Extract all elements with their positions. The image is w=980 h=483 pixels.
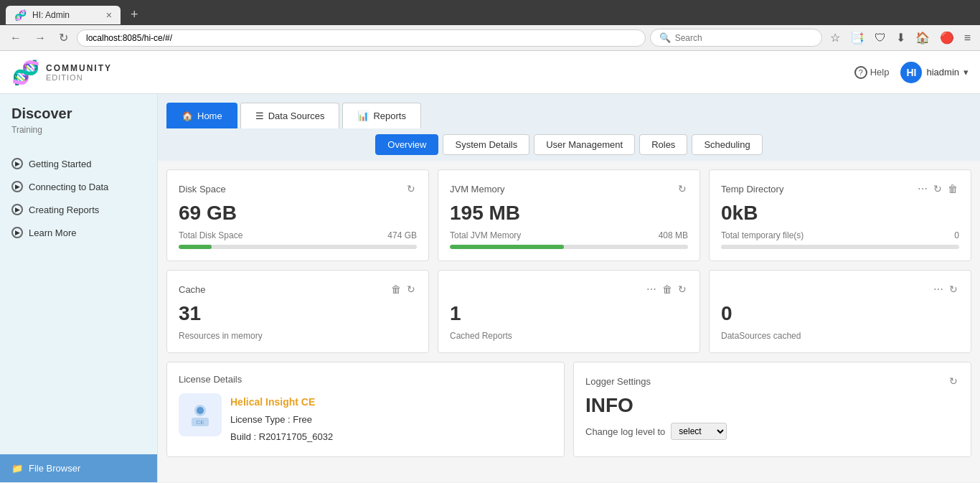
data-sources-tab-label: Data Sources xyxy=(268,111,325,121)
logo-icon: 🧬 xyxy=(11,59,40,86)
firefox-icon[interactable]: 🔴 xyxy=(936,29,958,47)
reader-icon[interactable]: 📑 xyxy=(847,29,868,47)
forward-button[interactable]: → xyxy=(30,29,50,47)
disk-subtitle-label: Total Disk Space xyxy=(179,230,242,240)
logger-row: Change log level to select INFO DEBUG WA… xyxy=(585,423,959,440)
card-icons-datasources: ⋯ ↻ xyxy=(932,282,959,296)
tab-favicon: 🧬 xyxy=(14,9,27,21)
sidebar-item-getting-started[interactable]: ▶ Getting Started xyxy=(0,152,157,175)
logger-select[interactable]: select INFO DEBUG WARN ERROR xyxy=(671,423,727,440)
home-tab-icon: 🏠 xyxy=(182,111,193,121)
file-browser-button[interactable]: 📁 File Browser xyxy=(0,454,157,482)
refresh-cache-button[interactable]: ↻ xyxy=(405,282,417,296)
sub-tab-user-management[interactable]: User Management xyxy=(534,134,635,155)
delete-temp-button[interactable]: 🗑 xyxy=(946,182,959,196)
browser-search-input[interactable] xyxy=(675,33,813,43)
datasources-subtitle: DataSources cached xyxy=(721,331,959,341)
refresh-datasources-button[interactable]: ↻ xyxy=(948,282,959,296)
logger-value: INFO xyxy=(585,394,959,417)
card-temp-directory: Temp Directory ⋯ ↻ 🗑 0kB Total temporary… xyxy=(709,169,971,261)
more-datasources-button[interactable]: ⋯ xyxy=(932,282,945,296)
bookmark-icon[interactable]: ☆ xyxy=(826,29,844,47)
sidebar-label-learn: Learn More xyxy=(29,228,76,238)
discover-label: Discover xyxy=(0,94,157,125)
new-tab-button[interactable]: + xyxy=(125,4,144,25)
address-bar[interactable] xyxy=(77,29,646,47)
user-info[interactable]: HI hiadmin ▾ xyxy=(900,62,969,83)
reports-tab-label: Reports xyxy=(373,111,406,121)
delete-cached-reports-button[interactable]: 🗑 xyxy=(661,282,674,296)
refresh-disk-button[interactable]: ↻ xyxy=(405,182,417,196)
license-build: Build : R20171705_6032 xyxy=(230,428,333,445)
help-button[interactable]: ? Help xyxy=(854,66,890,79)
tab-reports[interactable]: 📊 Reports xyxy=(342,103,421,128)
home-icon[interactable]: 🏠 xyxy=(912,29,933,47)
svg-text:CE: CE xyxy=(196,419,204,426)
tab-data-sources[interactable]: ☰ Data Sources xyxy=(240,103,340,128)
cache-subtitle: Resources in memory xyxy=(179,331,417,341)
card-title-jvm: JVM Memory xyxy=(450,184,505,194)
card-subtitle-jvm: Total JVM Memory 408 MB xyxy=(450,230,688,240)
delete-cache-button[interactable]: 🗑 xyxy=(390,282,402,296)
card-icons-jvm: ↻ xyxy=(677,182,688,196)
card-value-datasources: 0 xyxy=(721,302,959,325)
license-badge-icon: CE xyxy=(186,400,215,429)
circle-icon-3: ▶ xyxy=(11,204,23,215)
refresh-logger-button[interactable]: ↻ xyxy=(948,374,959,388)
logger-title: Logger Settings xyxy=(585,376,651,387)
tab-title: HI: Admin xyxy=(32,10,70,20)
main-body: Discover Training ▶ Getting Started ▶ Co… xyxy=(0,94,980,482)
more-cached-reports-button[interactable]: ⋯ xyxy=(645,282,658,296)
bottom-row: License Details CE xyxy=(166,362,971,457)
license-app-name: Helical Insight CE xyxy=(230,393,333,411)
training-label: Training xyxy=(0,125,157,141)
refresh-cached-reports-button[interactable]: ↻ xyxy=(677,282,688,296)
tab-home[interactable]: 🏠 Home xyxy=(166,103,237,128)
browser-toolbar: ← → ↻ 🔍 ☆ 📑 🛡 ⬇ 🏠 🔴 ≡ xyxy=(0,25,980,51)
refresh-button[interactable]: ↻ xyxy=(55,29,72,47)
address-input[interactable] xyxy=(86,33,636,43)
card-icons-temp: ⋯ ↻ 🗑 xyxy=(916,182,959,196)
sidebar-item-connecting-to-data[interactable]: ▶ Connecting to Data xyxy=(0,175,157,198)
card-logger-settings: Logger Settings ↻ INFO Change log level … xyxy=(573,362,971,457)
sub-tab-system-details[interactable]: System Details xyxy=(443,134,529,155)
sidebar-item-learn-more[interactable]: ▶ Learn More xyxy=(0,221,157,244)
sub-tab-scheduling[interactable]: Scheduling xyxy=(692,134,762,155)
browser-chrome: 🧬 HI: Admin × + xyxy=(0,0,980,25)
home-tab-label: Home xyxy=(197,111,222,121)
refresh-jvm-button[interactable]: ↻ xyxy=(677,182,688,196)
browser-tab[interactable]: 🧬 HI: Admin × xyxy=(6,6,121,24)
card-value-jvm: 195 MB xyxy=(450,202,688,225)
logger-label: Change log level to xyxy=(585,426,665,437)
disk-progress-fill xyxy=(179,245,212,249)
cards-row-1: Disk Space ↻ 69 GB Total Disk Space 474 … xyxy=(166,169,971,261)
app-header: 🧬 COMMUNITY EDITION ? Help HI hiadmin ▾ xyxy=(0,51,980,94)
disk-subtitle-value: 474 GB xyxy=(387,230,417,240)
pocket-icon[interactable]: 🛡 xyxy=(871,29,890,47)
logger-header: Logger Settings ↻ xyxy=(585,374,959,388)
svg-point-2 xyxy=(197,407,204,414)
sidebar-label-getting-started: Getting Started xyxy=(29,159,91,169)
help-icon: ? xyxy=(854,66,867,79)
user-dropdown-icon[interactable]: ▾ xyxy=(963,67,969,78)
sub-tab-overview[interactable]: Overview xyxy=(375,134,438,155)
browser-search-bar[interactable]: 🔍 xyxy=(650,29,822,47)
sidebar-label-connecting: Connecting to Data xyxy=(29,182,108,192)
download-icon[interactable]: ⬇ xyxy=(892,29,909,47)
license-badge: CE xyxy=(179,393,222,436)
user-name[interactable]: hiadmin xyxy=(926,67,959,78)
back-button[interactable]: ← xyxy=(6,29,26,47)
user-avatar: HI xyxy=(900,62,922,83)
tab-close-button[interactable]: × xyxy=(106,9,112,21)
card-title-temp: Temp Directory xyxy=(721,184,783,194)
sidebar-item-creating-reports[interactable]: ▶ Creating Reports xyxy=(0,198,157,221)
circle-icon: ▶ xyxy=(11,158,23,169)
menu-icon[interactable]: ≡ xyxy=(961,29,974,47)
refresh-temp-button[interactable]: ↻ xyxy=(932,182,943,196)
card-header-temp: Temp Directory ⋯ ↻ 🗑 xyxy=(721,182,959,196)
card-icons-disk: ↻ xyxy=(405,182,417,196)
app-logo: 🧬 COMMUNITY EDITION xyxy=(11,59,112,86)
cached-reports-subtitle: Cached Reports xyxy=(450,331,688,341)
sub-tab-roles[interactable]: Roles xyxy=(639,134,687,155)
more-temp-button[interactable]: ⋯ xyxy=(916,182,929,196)
